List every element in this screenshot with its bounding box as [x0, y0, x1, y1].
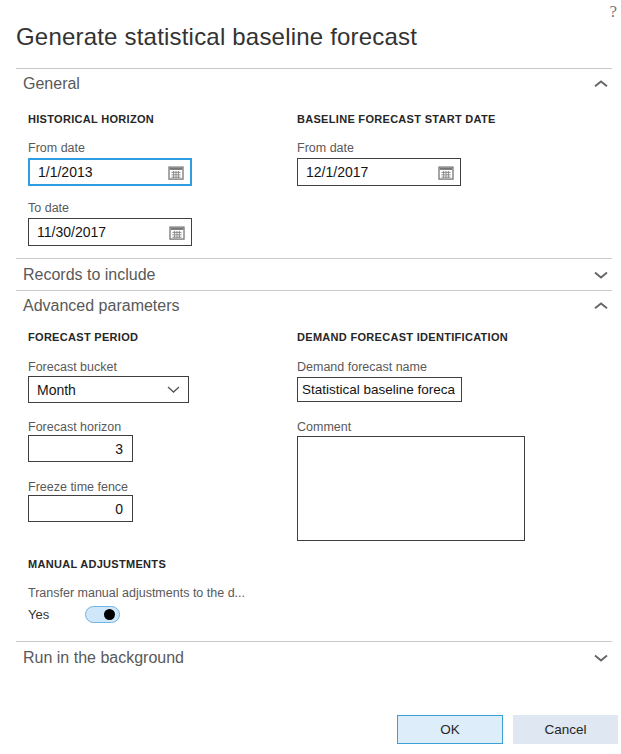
group-heading-historical-horizon: HISTORICAL HORIZON — [28, 113, 297, 126]
section-header-advanced[interactable]: Advanced parameters — [16, 291, 612, 321]
from-date-value: 1/1/2013 — [30, 164, 168, 180]
calendar-icon[interactable] — [438, 165, 454, 180]
section-label: General — [16, 75, 80, 93]
page-title: Generate statistical baseline forecast — [16, 22, 621, 52]
section-records: Records to include — [16, 258, 612, 290]
transfer-manual-adjustments-label: Transfer manual adjustments to the d... — [28, 586, 612, 601]
toggle-state-label: Yes — [28, 607, 85, 622]
dialog-footer: OK Cancel — [397, 715, 618, 744]
baseline-from-date-value: 12/1/2017 — [298, 164, 438, 180]
baseline-from-date-label: From date — [297, 141, 612, 156]
from-date-label: From date — [28, 141, 297, 156]
forecast-horizon-label: Forecast horizon — [28, 420, 297, 435]
section-label: Run in the background — [16, 649, 184, 667]
comment-label: Comment — [297, 420, 612, 435]
section-label: Records to include — [16, 266, 156, 284]
baseline-from-date-input[interactable]: 12/1/2017 — [297, 158, 461, 186]
section-header-records[interactable]: Records to include — [16, 259, 612, 290]
section-label: Advanced parameters — [16, 297, 180, 315]
to-date-value: 11/30/2017 — [29, 224, 169, 240]
chevron-up-icon — [594, 80, 608, 88]
transfer-manual-adjustments-toggle[interactable] — [85, 606, 120, 623]
group-heading-forecast-period: FORECAST PERIOD — [28, 331, 297, 344]
freeze-time-fence-input[interactable] — [28, 495, 133, 522]
freeze-time-fence-label: Freeze time fence — [28, 480, 297, 495]
to-date-input[interactable]: 11/30/2017 — [28, 218, 192, 246]
chevron-down-icon — [167, 386, 180, 393]
demand-forecast-name-label: Demand forecast name — [297, 360, 612, 375]
calendar-icon[interactable] — [169, 225, 185, 240]
forecast-bucket-label: Forecast bucket — [28, 360, 297, 375]
forecast-horizon-input[interactable] — [28, 435, 133, 462]
chevron-up-icon — [594, 302, 608, 310]
from-date-input[interactable]: 1/1/2013 — [28, 158, 192, 186]
ok-button[interactable]: OK — [397, 715, 503, 744]
help-icon[interactable]: ? — [609, 2, 617, 22]
group-heading-baseline-start: BASELINE FORECAST START DATE — [297, 113, 612, 126]
forecast-bucket-select[interactable]: Month — [28, 376, 189, 403]
section-general: General HISTORICAL HORIZON From date 1/1… — [16, 68, 612, 246]
cancel-button[interactable]: Cancel — [513, 715, 618, 744]
section-background: Run in the background — [16, 641, 612, 673]
group-heading-demand-forecast-identification: DEMAND FORECAST IDENTIFICATION — [297, 331, 612, 344]
chevron-down-icon — [594, 654, 608, 662]
toggle-knob-icon — [104, 609, 115, 620]
calendar-icon[interactable] — [168, 165, 184, 180]
chevron-down-icon — [594, 271, 608, 279]
demand-forecast-name-input[interactable] — [297, 377, 462, 402]
forecast-bucket-value: Month — [29, 382, 167, 398]
comment-textarea[interactable] — [297, 436, 525, 541]
group-heading-manual-adjustments: MANUAL ADJUSTMENTS — [28, 558, 612, 571]
section-header-general[interactable]: General — [16, 69, 612, 99]
to-date-label: To date — [28, 201, 297, 216]
section-advanced: Advanced parameters FORECAST PERIOD Fore… — [16, 290, 612, 623]
section-header-background[interactable]: Run in the background — [16, 642, 612, 673]
